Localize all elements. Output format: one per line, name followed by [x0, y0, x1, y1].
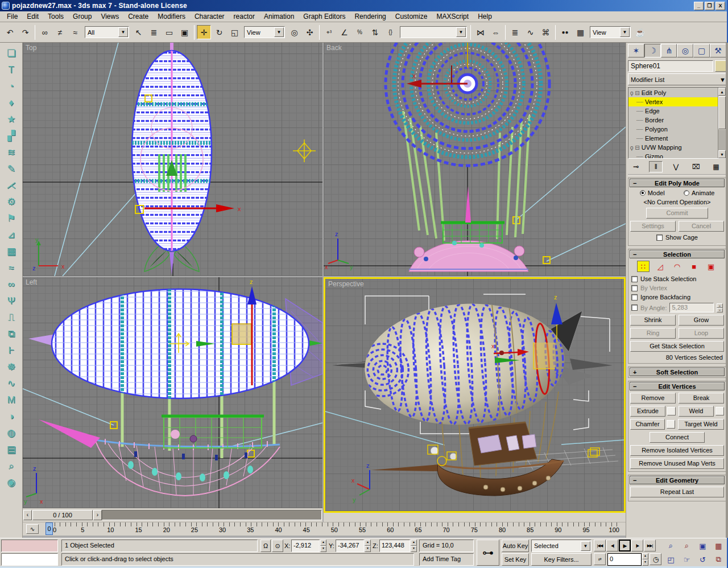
model-radio[interactable]: Model: [640, 190, 665, 196]
selection-filter-dropdown[interactable]: All▼: [85, 26, 129, 38]
connect-button[interactable]: Connect: [650, 432, 705, 443]
mirror-icon[interactable]: ⋈: [473, 25, 487, 39]
add-time-tag[interactable]: Add Time Tag: [419, 553, 474, 566]
shrink-button[interactable]: Shrink: [630, 315, 676, 326]
polygon-sub-object-icon[interactable]: ■: [688, 261, 700, 272]
menu-character[interactable]: Character: [190, 12, 229, 21]
frame-spinner[interactable]: ▲▼: [642, 553, 648, 566]
select-object-icon[interactable]: ↖: [131, 25, 146, 39]
select-and-manipulate-icon[interactable]: ✣: [303, 25, 317, 39]
cancel-button[interactable]: Cancel: [679, 221, 724, 232]
show-cage-checkbox[interactable]: Show Cage: [631, 234, 723, 241]
absolute-offset-toggle[interactable]: ⊙: [272, 540, 283, 552]
viewport-back[interactable]: Back: [324, 43, 626, 276]
chair-icon[interactable]: Ⱶ: [3, 342, 20, 359]
menu-tools[interactable]: Tools: [43, 12, 68, 21]
select-and-move-icon[interactable]: ✛: [197, 25, 211, 39]
broken-cubes-icon[interactable]: ▦: [3, 243, 20, 260]
window-crossing-icon[interactable]: ▣: [177, 25, 192, 39]
align-icon[interactable]: ⇔: [489, 25, 503, 39]
fan-icon[interactable]: ⋌: [3, 177, 20, 194]
bind-to-space-warp-icon[interactable]: ≈: [68, 25, 82, 39]
checker-icon[interactable]: ▞: [3, 127, 20, 144]
schematic-view-icon[interactable]: ⌘: [539, 25, 553, 39]
unlink-selection-icon[interactable]: ≠: [53, 25, 67, 39]
select-and-scale-icon[interactable]: ◱: [228, 25, 242, 39]
by-angle-spinner[interactable]: ▲▼: [717, 303, 723, 312]
next-frame-button[interactable]: |▶: [631, 540, 643, 551]
pin-stack-icon[interactable]: ⊸: [629, 161, 643, 172]
quick-render-icon[interactable]: ☕: [633, 25, 647, 39]
menu-group[interactable]: Group: [68, 12, 96, 21]
by-angle-field[interactable]: 5,283: [669, 303, 714, 312]
viewport-perspective[interactable]: Perspective: [324, 277, 626, 513]
reference-coordinate-dropdown[interactable]: View▼: [244, 26, 285, 38]
select-and-rotate-icon[interactable]: ↻: [212, 25, 226, 39]
zoom-extents-icon[interactable]: ▣: [695, 540, 710, 552]
spindle-icon[interactable]: ♦: [3, 94, 20, 111]
target-weld-button[interactable]: Target Weld: [678, 419, 724, 430]
camera-render-icon[interactable]: ◉: [3, 474, 20, 491]
menu-reactor[interactable]: reactor: [229, 12, 259, 21]
command-tab-modify[interactable]: ☽: [644, 44, 661, 57]
listener-input-line[interactable]: [1, 553, 58, 566]
primitives-cubes-icon[interactable]: ❏: [3, 45, 20, 61]
edit-named-selection-sets-icon[interactable]: {}: [383, 25, 398, 39]
snaps-toggle-icon[interactable]: ⌖³: [322, 25, 336, 39]
remove-isolated-vertices-button[interactable]: Remove Isolated Vertices: [630, 445, 724, 456]
command-tab-create[interactable]: ✶: [628, 44, 644, 57]
time-slider-track[interactable]: [102, 510, 322, 520]
settings-button[interactable]: Settings: [630, 221, 676, 232]
shirt-m-icon[interactable]: M: [3, 392, 20, 408]
menu-modifiers[interactable]: Modifiers: [153, 12, 190, 21]
weld-settings-button[interactable]: [715, 407, 724, 415]
extrude-button[interactable]: Extrude: [630, 406, 665, 417]
viewport-label[interactable]: Left: [26, 278, 37, 286]
angle-snap-toggle-icon[interactable]: ∠: [337, 25, 351, 39]
knife-icon[interactable]: ✎: [3, 160, 20, 177]
go-to-start-button[interactable]: |◀◀: [594, 540, 606, 551]
find-globe-icon[interactable]: ⌕: [3, 458, 20, 474]
knot-icon[interactable]: ∞: [3, 276, 20, 293]
command-tab-display[interactable]: ▢: [693, 44, 710, 57]
ring-button[interactable]: Ring: [630, 328, 676, 339]
spring-icon[interactable]: ≋: [3, 144, 20, 160]
z-coord-spinner[interactable]: ▲▼: [411, 540, 417, 552]
worm-curve-icon[interactable]: ∿: [3, 375, 20, 392]
macro-recorder-line[interactable]: [1, 540, 58, 552]
rollout-header[interactable]: +Soft Selection: [630, 368, 725, 376]
x-coord-spinner[interactable]: ▲▼: [320, 540, 326, 552]
door-icon[interactable]: ⎍: [3, 309, 20, 326]
ball-m-icon[interactable]: ◑: [3, 408, 20, 425]
grow-button[interactable]: Grow: [679, 315, 724, 326]
redo-icon[interactable]: ↷: [18, 25, 32, 39]
minimize-button[interactable]: _: [694, 2, 704, 10]
remove-button[interactable]: Remove: [630, 393, 676, 404]
use-stack-selection-checkbox[interactable]: Use Stack Selection: [631, 275, 723, 282]
curve-editor-icon[interactable]: ∿: [523, 25, 537, 39]
command-tab-hierarchy[interactable]: ⋔: [661, 44, 677, 57]
shapes-shirt-icon[interactable]: T: [3, 61, 20, 78]
by-angle-checkbox[interactable]: By Angle: 5,283 ▲▼: [631, 303, 723, 312]
biped-figure-icon[interactable]: Ψ: [3, 293, 20, 309]
extrude-settings-button[interactable]: [667, 407, 676, 415]
menu-edit[interactable]: Edit: [22, 12, 43, 21]
object-name-field[interactable]: Sphere01: [628, 60, 713, 72]
layer-manager-icon[interactable]: ≣: [508, 25, 522, 39]
get-stack-selection-button[interactable]: Get Stack Selection: [630, 341, 724, 352]
region-zoom-icon[interactable]: ◰: [663, 553, 679, 566]
render-preset-dropdown[interactable]: View▼: [590, 26, 631, 38]
track-bar-ruler[interactable]: 0 05101520253035404550556065707580859095…: [49, 522, 620, 536]
set-keys-button[interactable]: ⊶: [477, 540, 499, 566]
restore-button[interactable]: ❐: [705, 2, 714, 10]
car-icon[interactable]: ⊿: [3, 227, 20, 243]
time-slider-next-button[interactable]: ›: [93, 510, 102, 520]
viewport-label[interactable]: Top: [26, 44, 36, 52]
menu-maxscript[interactable]: MAXScript: [432, 12, 473, 21]
menu-animation[interactable]: Animation: [259, 12, 299, 21]
menu-graph-editors[interactable]: Graph Editors: [299, 12, 350, 21]
chamfer-button[interactable]: Chamfer: [630, 419, 665, 430]
render-scene-icon[interactable]: ▦: [573, 25, 588, 39]
stack-item[interactable]: ϙ ⊟UVW Mapping: [628, 143, 718, 152]
rectangular-selection-region-icon[interactable]: ▭: [162, 25, 176, 39]
